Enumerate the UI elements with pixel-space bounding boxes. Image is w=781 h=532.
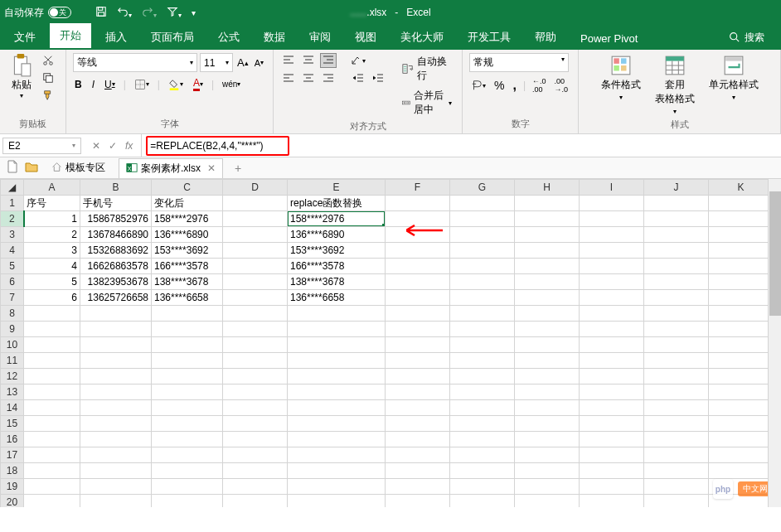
- cell[interactable]: [450, 369, 515, 384]
- increase-decimal-icon[interactable]: ←.0.00: [531, 75, 548, 95]
- cell[interactable]: [223, 369, 288, 384]
- cell[interactable]: [80, 306, 152, 322]
- cell[interactable]: [386, 243, 450, 259]
- vertical-scrollbar[interactable]: [768, 179, 781, 507]
- cell[interactable]: [152, 322, 223, 337]
- format-table-button[interactable]: 套用 表格格式▾: [650, 53, 700, 117]
- cell[interactable]: [386, 353, 450, 369]
- cell[interactable]: [644, 243, 709, 259]
- col-header-I[interactable]: I: [580, 180, 644, 196]
- cell[interactable]: [580, 463, 644, 479]
- font-name-combo[interactable]: 等线▾: [73, 53, 197, 72]
- row-header[interactable]: 3: [1, 227, 24, 243]
- cell[interactable]: [288, 479, 386, 495]
- cell[interactable]: [580, 384, 644, 400]
- row-header[interactable]: 2: [1, 211, 24, 227]
- font-color-icon[interactable]: A▾: [192, 75, 205, 93]
- cell[interactable]: [152, 369, 223, 384]
- cell[interactable]: [450, 306, 515, 322]
- cell[interactable]: [709, 259, 774, 274]
- cell[interactable]: [386, 211, 450, 227]
- cell[interactable]: [709, 243, 774, 259]
- spreadsheet-grid[interactable]: ◢ A B C D E F G H I J K 1序号手机号变化后replace…: [0, 179, 781, 507]
- cell[interactable]: [24, 353, 80, 369]
- row-header[interactable]: 11: [1, 353, 24, 369]
- scrollbar-thumb[interactable]: [769, 191, 781, 316]
- cell[interactable]: [80, 353, 152, 369]
- cell[interactable]: [450, 196, 515, 211]
- cell[interactable]: [580, 416, 644, 432]
- decrease-font-icon[interactable]: A▾: [253, 53, 265, 72]
- tab-file[interactable]: 文件: [4, 25, 46, 50]
- tab-review[interactable]: 审阅: [299, 25, 341, 50]
- cell[interactable]: [288, 432, 386, 447]
- cell[interactable]: [515, 227, 580, 243]
- cell[interactable]: [580, 259, 644, 274]
- cell[interactable]: 153****3692: [152, 243, 223, 259]
- close-icon[interactable]: ✕: [207, 162, 216, 174]
- add-tab-icon[interactable]: +: [235, 162, 241, 175]
- cell[interactable]: [515, 306, 580, 322]
- cell[interactable]: [644, 322, 709, 337]
- cell[interactable]: [515, 322, 580, 337]
- cell[interactable]: 138****3678: [288, 274, 386, 290]
- row-header[interactable]: 1: [1, 196, 24, 211]
- cell[interactable]: [450, 227, 515, 243]
- cell[interactable]: [515, 479, 580, 495]
- row-header[interactable]: 7: [1, 290, 24, 306]
- cell[interactable]: [386, 416, 450, 432]
- cell[interactable]: [288, 400, 386, 416]
- merge-center-button[interactable]: 合并后居中 ▾: [399, 87, 455, 118]
- cell[interactable]: [515, 495, 580, 508]
- cell[interactable]: 166****3578: [288, 259, 386, 274]
- cell[interactable]: 4: [24, 259, 80, 274]
- cell[interactable]: [450, 416, 515, 432]
- cell[interactable]: [386, 337, 450, 353]
- cell[interactable]: [152, 463, 223, 479]
- save-icon[interactable]: [95, 6, 107, 20]
- cell[interactable]: [223, 337, 288, 353]
- cell[interactable]: [450, 384, 515, 400]
- cell[interactable]: [515, 274, 580, 290]
- increase-indent-icon[interactable]: [370, 70, 386, 85]
- cell[interactable]: [152, 384, 223, 400]
- cell[interactable]: [450, 353, 515, 369]
- cell[interactable]: [580, 243, 644, 259]
- cell[interactable]: [223, 495, 288, 508]
- cut-icon[interactable]: [41, 53, 56, 68]
- align-bottom-icon[interactable]: [320, 53, 337, 68]
- cell[interactable]: [223, 432, 288, 447]
- search-bar[interactable]: 搜索: [729, 31, 777, 50]
- col-header-B[interactable]: B: [80, 180, 152, 196]
- comma-icon[interactable]: ,: [511, 76, 517, 94]
- cell[interactable]: [386, 227, 450, 243]
- cell[interactable]: [223, 384, 288, 400]
- align-center-icon[interactable]: [300, 70, 317, 85]
- cell[interactable]: [644, 211, 709, 227]
- percent-icon[interactable]: %: [492, 77, 506, 94]
- cell[interactable]: [80, 463, 152, 479]
- tab-powerpivot[interactable]: Power Pivot: [570, 27, 648, 50]
- file-tab[interactable]: X 案例素材.xlsx ✕: [119, 158, 223, 178]
- row-header[interactable]: 4: [1, 243, 24, 259]
- cell[interactable]: [223, 290, 288, 306]
- cell[interactable]: [24, 369, 80, 384]
- cell[interactable]: [223, 479, 288, 495]
- cell[interactable]: [386, 447, 450, 463]
- cell[interactable]: [80, 447, 152, 463]
- align-middle-icon[interactable]: [300, 53, 317, 68]
- cell[interactable]: 13823953678: [80, 274, 152, 290]
- col-header-A[interactable]: A: [24, 180, 80, 196]
- cell[interactable]: [709, 384, 774, 400]
- cell[interactable]: [386, 495, 450, 508]
- cell[interactable]: [152, 479, 223, 495]
- cell[interactable]: [223, 463, 288, 479]
- cell[interactable]: [223, 306, 288, 322]
- cell[interactable]: [450, 211, 515, 227]
- cell[interactable]: 变化后: [152, 196, 223, 211]
- cancel-icon[interactable]: ✕: [92, 140, 100, 152]
- cell[interactable]: [709, 322, 774, 337]
- cell[interactable]: [386, 259, 450, 274]
- underline-button[interactable]: U▾: [103, 77, 117, 92]
- cell[interactable]: [450, 322, 515, 337]
